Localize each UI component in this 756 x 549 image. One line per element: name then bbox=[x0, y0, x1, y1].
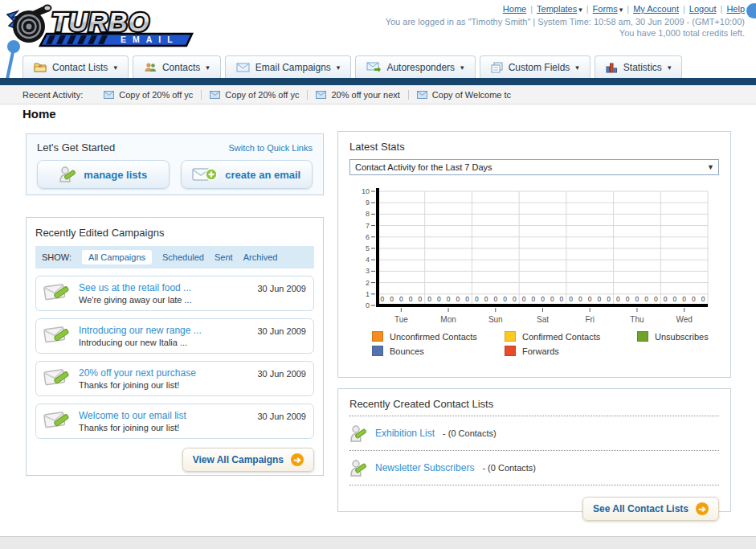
header-link-logout[interactable]: Logout bbox=[689, 4, 717, 14]
get-started-title: Let's Get Started bbox=[37, 141, 115, 154]
recently-edited-campaigns-panel: Recently Edited Campaigns SHOW: All Camp… bbox=[26, 217, 324, 476]
svg-text:0: 0 bbox=[475, 295, 479, 303]
svg-text:2: 2 bbox=[366, 279, 370, 287]
campaign-title-link[interactable]: Introducing our new range ... bbox=[79, 325, 202, 336]
campaigns-filter-bar: SHOW: All Campaigns Scheduled Sent Archi… bbox=[35, 246, 314, 268]
legend-swatch bbox=[372, 331, 383, 342]
chevron-down-icon: ▾ bbox=[337, 64, 341, 72]
tab-statistics[interactable]: Statistics ▾ bbox=[595, 55, 683, 78]
contact-list-row[interactable]: Exhibition List - (0 Contacts) bbox=[349, 422, 719, 445]
chevron-down-icon: ▾ bbox=[575, 64, 579, 72]
tab-autoresponders[interactable]: Autoresponders ▾ bbox=[355, 55, 475, 78]
svg-text:0: 0 bbox=[503, 295, 507, 303]
campaign-title-link[interactable]: 20% off your next purchase bbox=[79, 367, 196, 379]
stats-report-dropdown[interactable]: Contact Activity for the Last 7 Days ▼ bbox=[349, 159, 719, 175]
svg-text:0: 0 bbox=[456, 295, 460, 303]
filter-archived[interactable]: Archived bbox=[243, 252, 278, 262]
svg-text:10: 10 bbox=[362, 187, 370, 195]
svg-text:0: 0 bbox=[607, 295, 611, 303]
tab-email-campaigns[interactable]: Email Campaigns ▾ bbox=[225, 55, 352, 78]
recent-activity-text: Copy of 20% off yc bbox=[119, 90, 193, 100]
chevron-down-icon: ▾ bbox=[668, 64, 672, 72]
recently-created-contact-lists-panel: Recently Created Contact Lists Exhibitio… bbox=[337, 388, 731, 512]
campaign-date: 30 Jun 2009 bbox=[257, 281, 306, 306]
navy-divider-bar bbox=[0, 78, 756, 85]
see-all-contact-lists-label: See All Contact Lists bbox=[593, 503, 689, 514]
page-title: Home bbox=[22, 107, 56, 121]
svg-text:Mon: Mon bbox=[440, 315, 456, 324]
switch-quick-links-link[interactable]: Switch to Quick Links bbox=[228, 143, 313, 153]
get-started-panel: Let's Get Started Switch to Quick Links … bbox=[26, 133, 324, 195]
chevron-down-icon: ▾ bbox=[206, 64, 210, 72]
see-all-contact-lists-button[interactable]: See All Contact Lists ➔ bbox=[582, 497, 719, 521]
campaign-date: 30 Jun 2009 bbox=[257, 323, 306, 349]
login-status-text: You are logged in as "Timothy Smith" | S… bbox=[386, 17, 745, 27]
svg-text:0: 0 bbox=[616, 295, 620, 303]
turbo-email-logo: TURBO EMAIL bbox=[5, 2, 198, 51]
header-link-forms[interactable]: Forms bbox=[593, 4, 618, 14]
main-navigation: Contact Lists ▾ Contacts ▾ Email Campaig… bbox=[0, 55, 756, 78]
separator: | bbox=[721, 4, 723, 14]
filter-all-campaigns[interactable]: All Campaigns bbox=[82, 250, 152, 264]
svg-text:0: 0 bbox=[644, 295, 648, 303]
campaign-title-link[interactable]: Welcome to our email list bbox=[79, 410, 186, 421]
tab-label: Autoresponders bbox=[386, 62, 455, 73]
manage-lists-button[interactable]: manage lists bbox=[37, 160, 170, 189]
view-all-campaigns-button[interactable]: View All Campaigns ➔ bbox=[182, 448, 314, 472]
separator: | bbox=[627, 4, 629, 14]
campaigns-title: Recently Edited Campaigns bbox=[35, 227, 314, 239]
create-email-button[interactable]: create an email bbox=[181, 160, 313, 189]
recent-activity-item[interactable]: Copy of 20% off yc bbox=[96, 90, 202, 100]
separator: | bbox=[530, 4, 533, 14]
svg-text:6: 6 bbox=[366, 233, 370, 241]
legend-item: Bounces bbox=[372, 346, 505, 356]
legend-label: Confirmed Contacts bbox=[522, 332, 600, 342]
header-link-my-account[interactable]: My Account bbox=[633, 4, 679, 14]
contact-list-name-link[interactable]: Exhibition List bbox=[375, 428, 435, 439]
header-link-home[interactable]: Home bbox=[503, 4, 526, 14]
filter-sent[interactable]: Sent bbox=[215, 252, 233, 262]
users-icon bbox=[144, 62, 157, 73]
campaign-row[interactable]: See us at the retail food ... We're givi… bbox=[35, 276, 314, 311]
recent-activity-item[interactable]: Copy of Welcome tc bbox=[409, 90, 519, 100]
svg-text:0: 0 bbox=[522, 295, 526, 303]
latest-stats-panel: Latest Stats Contact Activity for the La… bbox=[337, 131, 731, 378]
legend-swatch bbox=[372, 346, 383, 356]
svg-text:3: 3 bbox=[366, 267, 370, 275]
app-window: TURBO EMAIL Home|Templates▾|Forms▾|My Ac… bbox=[0, 0, 756, 549]
svg-text:0: 0 bbox=[390, 295, 394, 303]
svg-text:0: 0 bbox=[427, 295, 431, 303]
legend-item: Unconfirmed Contacts bbox=[372, 331, 505, 342]
create-email-label: create an email bbox=[225, 169, 300, 181]
show-label: SHOW: bbox=[42, 252, 72, 262]
contact-lists-title: Recently Created Contact Lists bbox=[349, 398, 719, 410]
contact-list-name-link[interactable]: Newsletter Subscribers bbox=[375, 462, 474, 473]
svg-text:4: 4 bbox=[366, 256, 370, 264]
contact-list-row[interactable]: Newsletter Subscribers - (0 Contacts) bbox=[349, 457, 719, 479]
svg-text:0: 0 bbox=[513, 295, 517, 303]
svg-text:0: 0 bbox=[447, 295, 451, 303]
header-link-templates[interactable]: Templates bbox=[537, 4, 577, 14]
header: TURBO EMAIL Home|Templates▾|Forms▾|My Ac… bbox=[0, 0, 756, 54]
envelope-pencil-icon bbox=[43, 408, 71, 431]
legend-swatch bbox=[637, 331, 648, 342]
campaign-row[interactable]: 20% off your next purchase Thanks for jo… bbox=[35, 361, 314, 396]
filter-scheduled[interactable]: Scheduled bbox=[162, 252, 204, 262]
header-link-help[interactable]: Help bbox=[726, 4, 745, 14]
tab-custom-fields[interactable]: Custom Fields ▾ bbox=[480, 55, 590, 78]
campaign-row[interactable]: Welcome to our email list Thanks for joi… bbox=[35, 404, 314, 439]
campaign-title-link[interactable]: See us at the retail food ... bbox=[79, 282, 192, 293]
recent-activity-item[interactable]: Copy of 20% off yc bbox=[202, 90, 308, 100]
tab-contact-lists[interactable]: Contact Lists ▾ bbox=[22, 55, 129, 78]
svg-text:0: 0 bbox=[664, 295, 668, 303]
person-pencil-icon bbox=[59, 166, 76, 183]
header-links: Home|Templates▾|Forms▾|My Account|Logout… bbox=[503, 4, 745, 14]
contact-list-count: - (0 Contacts) bbox=[482, 463, 536, 473]
campaign-row[interactable]: Introducing our new range ... Introducin… bbox=[35, 318, 314, 354]
recent-activity-text: 20% off your next bbox=[331, 90, 399, 100]
recent-activity-item[interactable]: 20% off your next bbox=[308, 90, 408, 100]
svg-text:8: 8 bbox=[366, 210, 370, 218]
separator: | bbox=[586, 4, 589, 14]
tab-contacts[interactable]: Contacts ▾ bbox=[133, 55, 221, 78]
contact-activity-chart: 01234567891000000Tue00000Mon00000Sun0000… bbox=[356, 185, 713, 328]
